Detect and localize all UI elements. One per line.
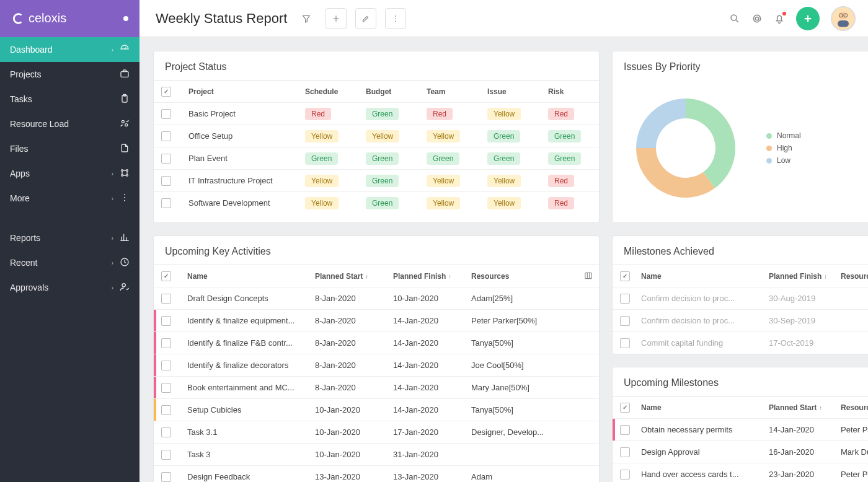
sidebar-item-reports[interactable]: Reports› <box>0 226 140 250</box>
search-button[interactable] <box>729 13 740 24</box>
sidebar-item-projects[interactable]: Projects <box>0 62 140 87</box>
cell-project: Basic Project <box>188 109 300 118</box>
row-checkbox[interactable] <box>161 427 171 437</box>
col-name[interactable]: Name <box>641 272 765 281</box>
row-checkbox[interactable] <box>620 447 630 457</box>
user-avatar[interactable] <box>831 6 856 31</box>
table-row[interactable]: Confirm decision to proc...30-Aug-2019 <box>613 287 868 309</box>
mentions-button[interactable] <box>751 13 763 24</box>
select-all-checkbox[interactable] <box>620 403 630 413</box>
table-row[interactable]: Identify & finalize equipment...8-Jan-20… <box>154 309 599 331</box>
col-risk[interactable]: Risk <box>548 87 591 96</box>
plus-icon <box>332 14 340 23</box>
avatar-icon <box>834 9 852 28</box>
file-icon <box>120 143 130 155</box>
svg-point-16 <box>122 174 123 176</box>
row-checkbox[interactable] <box>161 338 171 348</box>
table-row[interactable]: Design Approval16-Jan-2020Mark Dunca... <box>613 440 868 463</box>
row-checkbox[interactable] <box>161 109 171 119</box>
legend-item[interactable]: Normal <box>766 131 801 140</box>
row-checkbox[interactable] <box>161 450 171 460</box>
table-row[interactable]: Office SetupYellowYellowYellowGreenGreen <box>154 125 599 147</box>
select-all-checkbox[interactable] <box>161 87 171 97</box>
row-checkbox[interactable] <box>620 470 630 480</box>
table-row[interactable]: Basic ProjectRedGreenRedYellowRed <box>154 102 599 125</box>
col-budget[interactable]: Budget <box>366 87 422 96</box>
sidebar-item-approvals[interactable]: Approvals› <box>0 275 140 300</box>
col-project[interactable]: Project <box>188 87 300 96</box>
filter-icon <box>301 14 311 24</box>
col-schedule[interactable]: Schedule <box>305 87 361 96</box>
legend-item[interactable]: Low <box>766 156 801 165</box>
row-checkbox[interactable] <box>620 338 630 348</box>
table-row[interactable]: Task 310-Jan-202031-Jan-2020 <box>154 443 599 465</box>
col-name[interactable]: Name <box>641 403 765 412</box>
table-row[interactable]: Design Feedback13-Jan-202013-Jan-2020Ada… <box>154 465 599 482</box>
filter-button[interactable] <box>296 8 317 29</box>
table-row[interactable]: Setup Cubicles10-Jan-202014-Jan-2020Tany… <box>154 398 599 421</box>
global-add-button[interactable] <box>796 7 820 30</box>
row-checkbox[interactable] <box>161 472 171 482</box>
col-planned-start[interactable]: Planned Start↑ <box>769 403 837 412</box>
row-checkbox[interactable] <box>161 131 171 141</box>
legend-item[interactable]: High <box>766 144 801 152</box>
table-row[interactable]: Identify & finalize F&B contr...8-Jan-20… <box>154 331 599 354</box>
sidebar-item-tasks[interactable]: Tasks <box>0 87 140 112</box>
table-row[interactable]: IT Infrastructure ProjectYellowGreenYell… <box>154 169 599 191</box>
table-row[interactable]: Draft Design Concepts8-Jan-202010-Jan-20… <box>154 287 599 309</box>
table-row[interactable]: Book entertainment and MC...8-Jan-202014… <box>154 376 599 398</box>
sidebar-item-dashboard[interactable]: Dashboard› <box>0 37 140 62</box>
select-all-checkbox[interactable] <box>620 271 630 281</box>
col-planned-finish[interactable]: Planned Finish↑ <box>393 272 467 281</box>
row-checkbox[interactable] <box>161 154 171 164</box>
col-resources[interactable]: Resources <box>471 272 558 281</box>
column-settings-button[interactable] <box>584 271 593 282</box>
table-row[interactable]: Commit capital funding17-Oct-2019 <box>613 331 868 354</box>
col-name[interactable]: Name <box>187 272 311 281</box>
status-badge: Yellow <box>305 197 339 209</box>
table-row[interactable]: Identify & finalize decorators8-Jan-2020… <box>154 354 599 376</box>
table-row[interactable]: Hand over access cards t...23-Jan-2020Pe… <box>613 463 868 482</box>
row-checkbox[interactable] <box>161 176 171 186</box>
row-checkbox[interactable] <box>161 383 171 393</box>
more-actions-button[interactable] <box>385 8 406 29</box>
col-planned-start[interactable]: Planned Start↑ <box>315 272 389 281</box>
row-checkbox[interactable] <box>620 316 630 326</box>
sort-asc-icon: ↑ <box>819 405 822 411</box>
col-team[interactable]: Team <box>427 87 482 96</box>
add-button[interactable] <box>326 8 347 29</box>
clock-icon <box>120 257 130 269</box>
table-row[interactable]: Software DevelopmentYellowGreenYellowYel… <box>154 191 599 214</box>
table-row[interactable]: Obtain necessary permits14-Jan-2020Peter… <box>613 418 868 440</box>
col-resources[interactable]: Resources <box>841 272 868 281</box>
sidebar-item-resource-load[interactable]: Resource Load <box>0 112 140 136</box>
row-checkbox[interactable] <box>161 361 171 370</box>
sidebar-item-apps[interactable]: Apps› <box>0 161 140 186</box>
edit-button[interactable] <box>355 8 376 29</box>
col-planned-finish[interactable]: Planned Finish↑ <box>769 272 837 281</box>
svg-point-1 <box>395 18 396 19</box>
sidebar-item-more[interactable]: More› <box>0 186 140 211</box>
notifications-button[interactable] <box>774 13 785 24</box>
cell-start: 23-Jan-2020 <box>769 470 837 479</box>
table-row[interactable]: Task 3.110-Jan-202017-Jan-2020Designer, … <box>154 421 599 443</box>
sidebar-item-files[interactable]: Files <box>0 136 140 161</box>
row-checkbox[interactable] <box>161 405 171 415</box>
row-checkbox[interactable] <box>161 316 171 326</box>
header-right <box>729 6 868 31</box>
select-all-checkbox[interactable] <box>161 271 171 281</box>
col-resources[interactable]: Resources <box>841 403 868 412</box>
table-row[interactable]: Confirm decision to proc...30-Sep-2019 <box>613 309 868 331</box>
row-checkbox[interactable] <box>161 198 171 208</box>
search-icon <box>729 13 740 24</box>
status-badge: Red <box>548 197 574 209</box>
table-row[interactable]: Plan EventGreenGreenGreenGreenGreen <box>154 147 599 169</box>
sidebar-item-label: Resource Load <box>10 119 113 129</box>
row-checkbox[interactable] <box>620 425 630 435</box>
row-checkbox[interactable] <box>161 294 171 304</box>
svg-point-15 <box>126 169 128 171</box>
cell-issue: Green <box>487 152 543 165</box>
row-checkbox[interactable] <box>620 294 630 304</box>
col-issue[interactable]: Issue <box>487 87 543 96</box>
sidebar-item-recent[interactable]: Recent› <box>0 250 140 275</box>
